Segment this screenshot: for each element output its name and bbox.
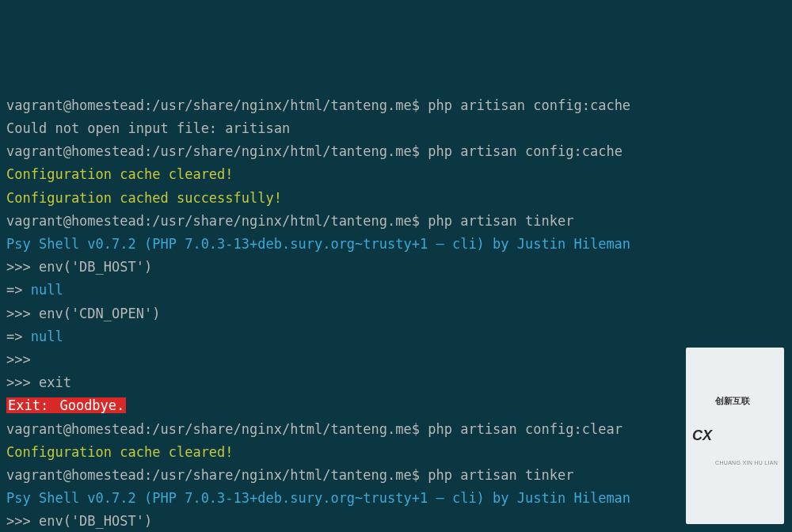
watermark-badge: CX 创新互联 CHUANG XIN HU LIAN: [686, 348, 784, 524]
command-text: php artisan config:cache: [428, 143, 623, 159]
watermark-brand-text: 创新互联: [715, 397, 778, 405]
success-line: Configuration cache cleared!: [6, 166, 234, 182]
watermark-logo-icon: CX: [692, 424, 712, 447]
goodbye-label: Goodbye.: [50, 397, 126, 413]
command-text: php artisan tinker: [428, 467, 573, 483]
success-line: Configuration cache cleared!: [6, 444, 234, 460]
repl-result-arrow: =>: [6, 329, 22, 344]
success-line: Configuration cached successfully!: [6, 190, 282, 206]
shell-prompt: vagrant@homestead:/usr/share/nginx/html/…: [6, 467, 420, 483]
psy-banner: Psy Shell v0.7.2 (PHP 7.0.3-13+deb.sury.…: [6, 490, 630, 506]
shell-prompt: vagrant@homestead:/usr/share/nginx/html/…: [6, 421, 420, 437]
exit-label: Exit:: [6, 397, 50, 413]
shell-prompt: vagrant@homestead:/usr/share/nginx/html/…: [6, 97, 420, 113]
repl-line: >>> env('DB_HOST'): [6, 513, 152, 529]
repl-line: >>>: [6, 352, 31, 367]
watermark-subtext: CHUANG XIN HU LIAN: [715, 451, 778, 474]
command-text: php artisan tinker: [428, 213, 573, 229]
command-text: php artisan config:clear: [428, 421, 623, 437]
terminal-output: vagrant@homestead:/usr/share/nginx/html/…: [6, 94, 792, 532]
repl-result-value: null: [31, 329, 63, 344]
repl-line: >>> env('CDN_OPEN'): [6, 306, 160, 321]
command-text: php aritisan config:cache: [428, 97, 630, 113]
repl-line: >>> env('DB_HOST'): [6, 259, 152, 275]
psy-banner: Psy Shell v0.7.2 (PHP 7.0.3-13+deb.sury.…: [6, 236, 630, 252]
shell-prompt: vagrant@homestead:/usr/share/nginx/html/…: [6, 213, 420, 229]
repl-result-value: null: [31, 282, 63, 298]
repl-result-arrow: =>: [6, 282, 22, 298]
error-line: Could not open input file: aritisan: [6, 120, 290, 136]
repl-line: >>> exit: [6, 374, 71, 390]
shell-prompt: vagrant@homestead:/usr/share/nginx/html/…: [6, 143, 420, 159]
